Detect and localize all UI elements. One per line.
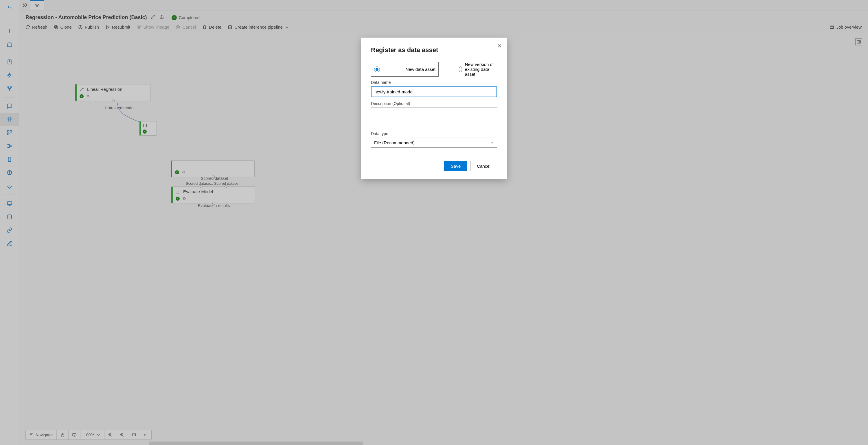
svg-rect-23 bbox=[138, 28, 140, 29]
radio-new-version[interactable]: New version of existing data asset bbox=[459, 62, 497, 76]
components-icon[interactable] bbox=[0, 126, 19, 139]
home-icon[interactable] bbox=[0, 38, 19, 51]
svg-rect-12 bbox=[7, 201, 11, 204]
output-port[interactable] bbox=[112, 99, 115, 102]
node-linear-regression[interactable]: Linear Regression ✓ ♻ bbox=[75, 84, 151, 101]
data-type-label: Data type bbox=[371, 131, 497, 136]
resubmit-button[interactable]: Resubmit bbox=[105, 25, 130, 30]
status-ok-icon: ✓ bbox=[143, 130, 147, 134]
undo-icon[interactable] bbox=[0, 2, 19, 13]
share-icon[interactable] bbox=[159, 15, 164, 21]
svg-rect-5 bbox=[10, 131, 11, 132]
status-ok-icon: ✓ bbox=[80, 94, 84, 98]
zoom-in-button[interactable] bbox=[104, 430, 116, 440]
create-inference-label: Create inference pipeline bbox=[235, 25, 283, 30]
svg-point-2 bbox=[10, 87, 11, 87]
node-label: Linear Regression bbox=[87, 87, 122, 92]
pipeline-title: Regression - Automobile Price Prediction… bbox=[26, 14, 147, 21]
navigator-label: Navigator bbox=[36, 433, 53, 437]
close-icon[interactable]: ✕ bbox=[497, 43, 502, 49]
models-icon[interactable] bbox=[0, 166, 19, 179]
node-icon bbox=[143, 123, 147, 128]
svg-rect-22 bbox=[140, 26, 141, 27]
pipeline-tab[interactable] bbox=[30, 0, 44, 10]
node-evaluate-model[interactable]: Evaluate Model ✓♻ bbox=[171, 187, 255, 203]
svg-point-31 bbox=[177, 192, 177, 192]
data-name-input[interactable] bbox=[371, 87, 497, 97]
clone-label: Clone bbox=[60, 25, 72, 30]
data-icon[interactable] bbox=[0, 100, 19, 113]
save-button[interactable]: Save bbox=[444, 161, 467, 171]
dialog-title: Register as data asset bbox=[371, 46, 497, 54]
automl-icon[interactable] bbox=[0, 69, 19, 82]
status-label: Completed bbox=[179, 15, 199, 20]
environments-icon[interactable] bbox=[0, 153, 19, 166]
resubmit-label: Resubmit bbox=[112, 25, 130, 30]
reuse-icon: ♻ bbox=[183, 196, 186, 201]
horizontal-scrollbar[interactable] bbox=[149, 442, 363, 445]
description-input[interactable] bbox=[371, 107, 497, 126]
job-overview-label: Job overview bbox=[836, 25, 862, 30]
pan-button[interactable] bbox=[57, 430, 69, 440]
input-port[interactable] bbox=[200, 185, 203, 188]
datastores-icon[interactable] bbox=[0, 211, 19, 223]
show-lineage-label: Show lineage bbox=[143, 25, 169, 30]
reuse-icon: ♻ bbox=[87, 94, 90, 98]
fit-button[interactable] bbox=[128, 430, 140, 440]
publish-button[interactable]: Publish bbox=[78, 25, 99, 30]
svg-rect-21 bbox=[137, 26, 138, 27]
jobs-icon[interactable] bbox=[0, 113, 19, 126]
endpoints-icon[interactable] bbox=[0, 180, 19, 192]
show-lineage-button: Show lineage bbox=[136, 25, 169, 30]
delete-button[interactable]: Delete bbox=[202, 25, 221, 30]
node-icon bbox=[80, 87, 84, 92]
svg-rect-30 bbox=[144, 124, 147, 127]
svg-marker-20 bbox=[106, 26, 109, 29]
screenshot-button[interactable] bbox=[69, 430, 81, 440]
panel-toggle-icon[interactable] bbox=[855, 38, 862, 45]
notebook-icon[interactable] bbox=[0, 56, 19, 68]
svg-point-33 bbox=[179, 192, 179, 192]
clone-button[interactable]: Clone bbox=[54, 25, 72, 30]
chevron-down-icon bbox=[490, 141, 494, 145]
zoom-out-button[interactable] bbox=[116, 430, 128, 440]
svg-rect-4 bbox=[7, 131, 9, 132]
linked-icon[interactable] bbox=[0, 224, 19, 236]
svg-point-9 bbox=[10, 146, 11, 146]
actual-size-button[interactable]: 1:1 bbox=[140, 430, 151, 440]
refresh-button[interactable]: Refresh bbox=[26, 25, 48, 30]
description-label: Description (Optional) bbox=[371, 101, 497, 106]
input-port[interactable] bbox=[224, 185, 227, 188]
expand-left-icon[interactable] bbox=[21, 1, 29, 9]
designer-icon[interactable] bbox=[0, 82, 19, 95]
cancel-button[interactable]: Cancel bbox=[470, 161, 497, 171]
add-icon[interactable] bbox=[0, 25, 19, 37]
chevron-down-icon bbox=[96, 433, 101, 437]
refresh-label: Refresh bbox=[32, 25, 48, 30]
edge-label-eval: Evaluation results bbox=[198, 203, 230, 208]
status-ok-icon: ✓ bbox=[175, 170, 179, 174]
reuse-icon: ♻ bbox=[182, 170, 185, 174]
radio-new-data-asset[interactable]: New data asset bbox=[371, 62, 439, 76]
zoom-value: 100% bbox=[84, 433, 94, 437]
compute-icon[interactable] bbox=[0, 197, 19, 210]
zoom-dropdown[interactable]: 100% bbox=[81, 430, 104, 440]
data-type-select[interactable]: File (Recommended) bbox=[371, 138, 497, 148]
svg-point-11 bbox=[9, 188, 10, 189]
radio-label: New version of existing data asset bbox=[465, 62, 497, 76]
svg-point-3 bbox=[9, 89, 10, 90]
svg-point-1 bbox=[7, 87, 8, 87]
status-success-icon: ✓ bbox=[172, 15, 177, 20]
publish-label: Publish bbox=[85, 25, 99, 30]
edit-icon[interactable] bbox=[151, 15, 155, 21]
navigator-button[interactable]: Navigator bbox=[26, 430, 57, 440]
svg-point-16 bbox=[37, 6, 38, 7]
data-name-label: Data name bbox=[371, 80, 497, 85]
node-hidden-train[interactable]: ✓ bbox=[140, 121, 157, 136]
pipelines-icon[interactable] bbox=[0, 140, 19, 152]
create-inference-button[interactable]: Create inference pipeline bbox=[228, 25, 289, 30]
node-score[interactable]: ✓♻ bbox=[171, 160, 255, 177]
labeling-icon[interactable] bbox=[0, 237, 19, 250]
job-overview-button[interactable]: Job overview bbox=[830, 25, 862, 30]
chevron-down-icon bbox=[285, 25, 289, 30]
